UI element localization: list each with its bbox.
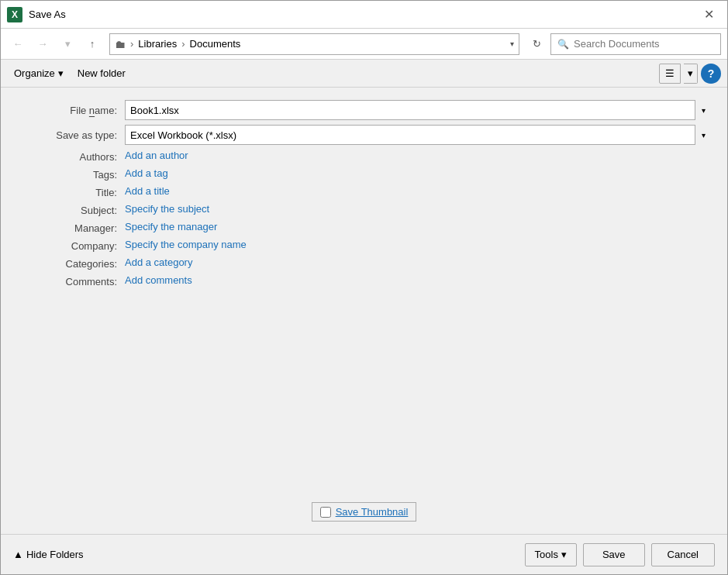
thumbnail-checkbox[interactable] xyxy=(320,507,331,518)
view-icon: ☰ xyxy=(665,67,675,79)
filename-wrapper: ▾ xyxy=(125,100,712,120)
tags-row: Tags: Add a tag xyxy=(16,167,712,181)
saveastype-row: Save as type: ▾ xyxy=(16,125,712,145)
up-button[interactable]: ↑ xyxy=(81,33,103,55)
filename-label: File name: xyxy=(16,105,125,116)
address-documents[interactable]: Documents xyxy=(190,38,241,50)
comments-row: Comments: Add comments xyxy=(16,274,712,288)
address-dropdown-icon[interactable]: ▾ xyxy=(510,40,514,48)
save-as-dialog: X Save As ✕ ← → ▾ ↑ 🖿 › Libraries › Docu… xyxy=(0,0,728,575)
authors-row: Authors: Add an author xyxy=(16,150,712,163)
subject-row: Subject: Specify the subject xyxy=(16,203,712,216)
search-input[interactable] xyxy=(574,38,714,50)
saveastype-label: Save as type: xyxy=(16,129,125,141)
main-content: File name: ▾ Save as type: ▾ Authors: Ad… xyxy=(1,88,727,534)
filename-dropdown-button[interactable]: ▾ xyxy=(695,100,712,120)
company-value[interactable]: Specify the company name xyxy=(125,239,247,250)
help-button[interactable]: ? xyxy=(701,64,721,84)
toolbar: Organize ▾ New folder ☰ ▾ ? xyxy=(1,60,727,88)
company-label: Company: xyxy=(16,239,125,252)
search-icon: 🔍 xyxy=(557,39,569,50)
authors-label: Authors: xyxy=(16,150,125,163)
close-button[interactable]: ✕ xyxy=(696,2,721,27)
forward-button[interactable]: → xyxy=(32,33,53,55)
dialog-title: Save As xyxy=(29,9,696,20)
tools-button[interactable]: Tools ▾ xyxy=(525,543,577,566)
address-separator-2: › xyxy=(181,38,185,50)
nav-bar: ← → ▾ ↑ 🖿 › Libraries › Documents ▾ ↻ 🔍 xyxy=(1,29,727,60)
company-row: Company: Specify the company name xyxy=(16,239,712,252)
tags-label: Tags: xyxy=(16,167,125,181)
back-button[interactable]: ← xyxy=(7,33,29,55)
saveastype-input[interactable] xyxy=(125,125,712,145)
new-folder-button[interactable]: New folder xyxy=(71,64,133,84)
title-row: Title: Add a title xyxy=(16,185,712,198)
footer: ▲ Hide Folders Tools ▾ Save Cancel xyxy=(1,534,727,574)
subject-value[interactable]: Specify the subject xyxy=(125,203,209,215)
footer-right: Tools ▾ Save Cancel xyxy=(525,543,715,566)
organize-button[interactable]: Organize ▾ xyxy=(7,64,71,84)
filename-row: File name: ▾ xyxy=(16,100,712,120)
thumbnail-row: Save Thumbnail xyxy=(16,487,712,522)
saveastype-dropdown-button[interactable]: ▾ xyxy=(695,125,712,145)
filename-input[interactable] xyxy=(125,100,712,120)
authors-value[interactable]: Add an author xyxy=(125,150,188,161)
subject-label: Subject: xyxy=(16,203,125,216)
search-box: 🔍 xyxy=(550,33,721,55)
manager-label: Manager: xyxy=(16,221,125,234)
manager-value[interactable]: Specify the manager xyxy=(125,221,217,232)
form-section: File name: ▾ Save as type: ▾ Authors: Ad… xyxy=(16,100,712,292)
title-label: Title: xyxy=(16,185,125,198)
excel-icon: X xyxy=(7,7,22,22)
tags-value[interactable]: Add a tag xyxy=(125,167,168,179)
categories-label: Categories: xyxy=(16,257,125,270)
address-libraries[interactable]: Libraries xyxy=(138,38,177,50)
saveastype-wrapper: ▾ xyxy=(125,125,712,145)
address-bar: 🖿 › Libraries › Documents ▾ xyxy=(109,33,519,55)
address-folder-icon: 🖿 xyxy=(115,38,126,50)
title-value[interactable]: Add a title xyxy=(125,185,170,197)
nav-dropdown-button[interactable]: ▾ xyxy=(57,33,78,55)
hide-folders-button[interactable]: ▲ Hide Folders xyxy=(13,549,84,560)
hide-folders-icon: ▲ xyxy=(13,549,23,560)
thumbnail-checkbox-label[interactable]: Save Thumbnail xyxy=(312,502,417,522)
view-dropdown-button[interactable]: ▾ xyxy=(684,64,698,84)
categories-row: Categories: Add a category xyxy=(16,257,712,270)
comments-value[interactable]: Add comments xyxy=(125,274,192,286)
save-button[interactable]: Save xyxy=(583,543,645,566)
organize-dropdown-icon: ▾ xyxy=(58,67,64,79)
cancel-button[interactable]: Cancel xyxy=(651,543,715,566)
manager-row: Manager: Specify the manager xyxy=(16,221,712,234)
toolbar-right: ☰ ▾ ? xyxy=(659,64,721,84)
view-dropdown-icon: ▾ xyxy=(688,67,693,79)
thumbnail-label: Save Thumbnail xyxy=(336,506,409,518)
refresh-button[interactable]: ↻ xyxy=(526,33,547,55)
organize-label: Organize xyxy=(14,67,55,79)
hide-folders-label: Hide Folders xyxy=(26,549,84,560)
address-separator-1: › xyxy=(130,38,133,50)
title-bar: X Save As ✕ xyxy=(1,1,727,29)
categories-value[interactable]: Add a category xyxy=(125,257,192,268)
tools-dropdown-icon: ▾ xyxy=(561,549,567,560)
tools-label: Tools xyxy=(535,549,558,560)
comments-label: Comments: xyxy=(16,274,125,288)
view-button[interactable]: ☰ xyxy=(659,64,681,84)
